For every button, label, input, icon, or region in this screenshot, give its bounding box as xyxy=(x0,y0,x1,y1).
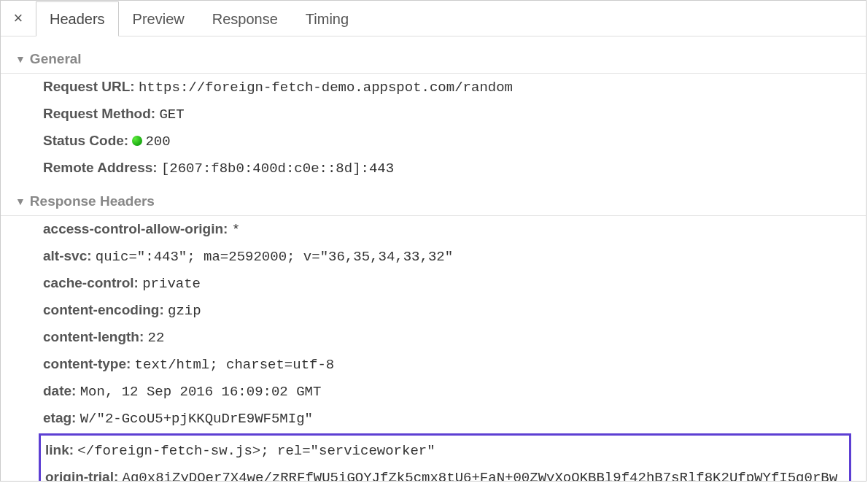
header-row-etag: etag: W/"2-GcoU5+pjKKQuDrE9WF5MIg" xyxy=(1,405,866,432)
label: access-control-allow-origin: xyxy=(43,221,228,236)
value: Mon, 12 Sep 2016 16:09:02 GMT xyxy=(80,384,322,400)
header-row-acao: access-control-allow-origin: * xyxy=(1,216,866,243)
label: Remote Address: xyxy=(43,160,158,175)
header-row-date: date: Mon, 12 Sep 2016 16:09:02 GMT xyxy=(1,378,866,405)
value: Ag0x8iZyDOer7X4we/zRRFfWU5iGOYJfZk5cmx8t… xyxy=(45,470,837,482)
section-response-headers: ▼ Response Headers access-control-allow-… xyxy=(1,189,866,482)
label: content-length: xyxy=(43,329,144,344)
caret-down-icon: ▼ xyxy=(15,196,26,207)
label: alt-svc: xyxy=(43,248,92,263)
section-title: General xyxy=(30,51,82,67)
label: cache-control: xyxy=(43,275,139,290)
section-general: ▼ General Request URL: https://foreign-f… xyxy=(1,47,866,182)
status-dot-icon xyxy=(132,136,142,146)
header-row-origin-trial: origin-trial: Ag0x8iZyDOer7X4we/zRRFfWU5… xyxy=(44,464,846,482)
value: 22 xyxy=(148,330,165,346)
label: content-encoding: xyxy=(43,302,164,317)
header-row-link: link: </foreign-fetch-sw.js>; rel="servi… xyxy=(44,437,846,464)
status-code-value: 200 xyxy=(145,134,170,150)
tab-response[interactable]: Response xyxy=(198,1,292,36)
value: text/html; charset=utf-8 xyxy=(135,357,335,373)
value: * xyxy=(232,222,240,238)
section-header-general[interactable]: ▼ General xyxy=(1,47,866,74)
close-icon[interactable]: × xyxy=(1,1,36,36)
header-row-content-type: content-type: text/html; charset=utf-8 xyxy=(1,351,866,378)
value: </foreign-fetch-sw.js>; rel="servicework… xyxy=(77,443,435,459)
value: gzip xyxy=(168,303,201,319)
label: Request Method: xyxy=(43,106,155,121)
section-header-response-headers[interactable]: ▼ Response Headers xyxy=(1,189,866,216)
tab-preview[interactable]: Preview xyxy=(119,1,198,36)
label: Status Code: xyxy=(43,133,128,148)
value: W/"2-GcoU5+pjKKQuDrE9WF5MIg" xyxy=(80,411,313,427)
label: date: xyxy=(43,383,76,398)
value: [2607:f8b0:400d:c0e::8d]:443 xyxy=(161,161,394,177)
label: link: xyxy=(45,442,74,457)
value: 200 xyxy=(132,134,170,150)
section-title: Response Headers xyxy=(30,193,155,209)
value: quic=":443"; ma=2592000; v="36,35,34,33,… xyxy=(96,249,453,265)
tab-bar: × Headers Preview Response Timing xyxy=(1,1,866,36)
general-row-request-method: Request Method: GET xyxy=(1,101,866,128)
header-row-content-encoding: content-encoding: gzip xyxy=(1,297,866,324)
value: private xyxy=(142,276,201,292)
label: content-type: xyxy=(43,356,131,371)
content-area: ▼ General Request URL: https://foreign-f… xyxy=(1,36,866,482)
network-details-panel: × Headers Preview Response Timing ▼ Gene… xyxy=(0,0,867,482)
tab-timing[interactable]: Timing xyxy=(292,1,363,36)
highlighted-headers-box: link: </foreign-fetch-sw.js>; rel="servi… xyxy=(39,433,851,482)
general-row-status-code: Status Code: 200 xyxy=(1,128,866,155)
general-row-remote-address: Remote Address: [2607:f8b0:400d:c0e::8d]… xyxy=(1,155,866,182)
tab-headers[interactable]: Headers xyxy=(36,1,119,36)
label: Request URL: xyxy=(43,79,135,94)
value: https://foreign-fetch-demo.appspot.com/r… xyxy=(139,80,513,96)
value: GET xyxy=(159,107,184,123)
label: origin-trial: xyxy=(45,469,118,482)
general-row-request-url: Request URL: https://foreign-fetch-demo.… xyxy=(1,74,866,101)
header-row-altsvc: alt-svc: quic=":443"; ma=2592000; v="36,… xyxy=(1,243,866,270)
header-row-content-length: content-length: 22 xyxy=(1,324,866,351)
caret-down-icon: ▼ xyxy=(15,53,26,65)
header-row-cache-control: cache-control: private xyxy=(1,270,866,297)
label: etag: xyxy=(43,410,76,425)
